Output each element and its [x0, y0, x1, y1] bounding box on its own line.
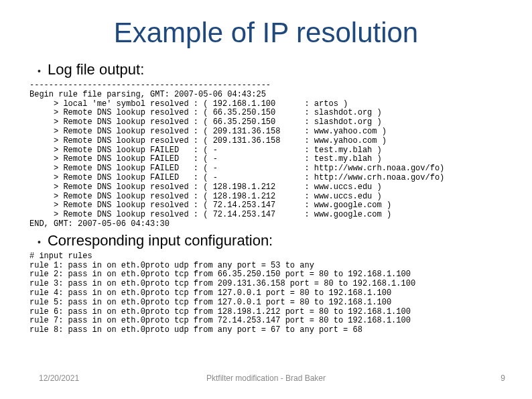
config-rule: rule 2: pass in on eth.0proto tcp from 6… [29, 270, 411, 279]
config-block: # input rules rule 1: pass in on eth.0pr… [29, 252, 503, 335]
bullet-text: Log file output: [48, 61, 144, 78]
log-row: > Remote DNS lookup resolved : ( 66.35.2… [29, 117, 382, 127]
log-row: > Remote DNS lookup FAILED : ( - : http:… [29, 173, 444, 182]
log-row: > Remote DNS lookup FAILED : ( - : test.… [29, 146, 382, 155]
bullet-log-file-output: • Log file output: [29, 61, 503, 78]
config-header: # input rules [29, 251, 92, 261]
log-row: > Remote DNS lookup resolved : ( 128.198… [29, 182, 382, 192]
footer-page-number: 9 [501, 374, 505, 383]
slide-title: Example of IP resolution [29, 17, 503, 49]
config-rule: rule 5: pass in on eth.0proto tcp from 1… [29, 298, 391, 307]
slide-footer: 12/20/2021 Pktfilter modification - Brad… [0, 374, 532, 386]
log-row: > local 'me' symbol resolved : ( 192.168… [29, 99, 348, 109]
log-end: END, GMT: 2007-05-06 04:43:30 [29, 219, 170, 229]
log-row: > Remote DNS lookup resolved : ( 72.14.2… [29, 210, 391, 219]
config-rule: rule 1: pass in on eth.0proto udp from a… [29, 261, 314, 270]
log-row: > Remote DNS lookup resolved : ( 128.198… [29, 192, 382, 201]
log-row: > Remote DNS lookup FAILED : ( - : http:… [29, 164, 444, 173]
config-rule: rule 4: pass in on eth.0proto tcp from 1… [29, 288, 391, 298]
log-begin: Begin rule file parsing, GMT: 2007-05-06… [29, 90, 266, 99]
config-rule: rule 3: pass in on eth.0proto tcp from 2… [29, 279, 415, 288]
config-rule: rule 6: pass in on eth.0proto tcp from 1… [29, 307, 411, 317]
log-output-block: ----------------------------------------… [29, 81, 503, 229]
log-row: > Remote DNS lookup resolved : ( 72.14.2… [29, 201, 391, 210]
bullet-dot-icon: • [29, 66, 41, 76]
bullet-input-config: • Corresponding input configuration: [29, 232, 503, 249]
config-rule: rule 7: pass in on eth.0proto tcp from 7… [29, 316, 411, 325]
log-divider: ----------------------------------------… [29, 80, 271, 90]
log-row: > Remote DNS lookup FAILED : ( - : test.… [29, 154, 382, 164]
bullet-text: Corresponding input configuration: [48, 232, 273, 249]
log-row: > Remote DNS lookup resolved : ( 66.35.2… [29, 108, 382, 117]
footer-caption: Pktfilter modification - Brad Baker [0, 374, 532, 383]
bullet-dot-icon: • [29, 237, 41, 247]
log-row: > Remote DNS lookup resolved : ( 209.131… [29, 136, 387, 146]
config-rule: rule 8: pass in on eth.0proto udp from a… [29, 325, 362, 335]
log-row: > Remote DNS lookup resolved : ( 209.131… [29, 127, 387, 136]
